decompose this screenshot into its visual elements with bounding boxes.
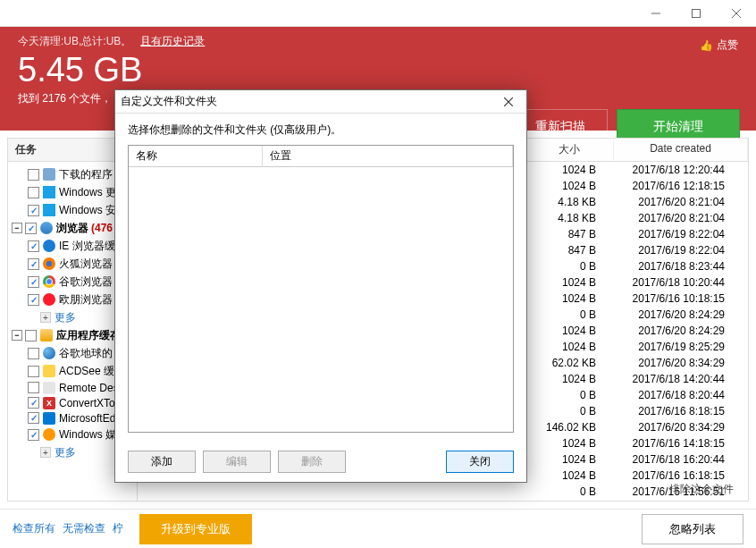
check-all-link[interactable]: 检查所有	[13, 521, 55, 536]
tree-item-label: Windows 安	[59, 203, 116, 218]
checkbox[interactable]	[28, 169, 39, 181]
tree-item-label: Windows 更	[59, 185, 116, 200]
ic-dl-icon	[43, 168, 55, 181]
ic-cx-icon: X	[43, 397, 55, 409]
tree-item-label: Windows 媒	[59, 427, 116, 443]
file-size: 847 B	[519, 244, 609, 257]
file-size: 1024 B	[519, 325, 609, 337]
file-size: 0 B	[519, 260, 609, 273]
file-row[interactable]: 0 B2017/6/16 11:56:51	[138, 484, 748, 500]
plus-icon: +	[40, 447, 51, 458]
dialog-title: 自定义文件和文件夹	[121, 94, 496, 109]
dialog-titlebar[interactable]: 自定义文件和文件夹	[115, 90, 526, 114]
truncated-link[interactable]: 柠	[113, 521, 123, 536]
checkbox[interactable]	[28, 412, 39, 424]
dialog-edit-button[interactable]: 编辑	[203, 451, 271, 473]
bottom-bar: 检查所有 无需检查 柠 升级到专业版 忽略列表	[0, 509, 756, 548]
dialog-instruction: 选择你想删除的文件和文件夹 (仅高级用户)。	[128, 122, 514, 138]
file-date: 2017/6/18 10:20:44	[609, 276, 743, 289]
file-date: 2017/6/20 8:24:29	[609, 325, 743, 337]
checkbox[interactable]	[25, 330, 37, 341]
exclude-file-link[interactable]: 排除这个文件	[669, 482, 734, 497]
file-date: 2017/6/18 12:20:44	[609, 164, 743, 176]
ic-earth-icon	[43, 347, 55, 359]
checkbox[interactable]	[28, 348, 39, 359]
checkbox[interactable]	[28, 240, 39, 252]
file-size: 1024 B	[519, 437, 609, 450]
checkbox[interactable]	[28, 187, 39, 198]
check-none-link[interactable]: 无需检查	[63, 521, 105, 536]
file-size: 1024 B	[519, 341, 609, 353]
ic-ff-icon	[43, 257, 55, 270]
checkbox[interactable]	[28, 366, 39, 377]
col-date[interactable]: Date created	[614, 139, 748, 161]
file-date: 2017/6/20 8:21:04	[609, 212, 743, 224]
like-button[interactable]: 👍 点赞	[700, 38, 738, 53]
file-size: 4.18 KB	[519, 212, 609, 224]
file-size: 4.18 KB	[519, 196, 609, 208]
checkbox[interactable]	[28, 382, 39, 393]
file-date: 2017/6/20 8:21:04	[609, 196, 743, 208]
dialog-delete-button[interactable]: 删除	[278, 451, 346, 473]
dialog-list[interactable]: 名称 位置	[128, 145, 514, 433]
file-date: 2017/6/20 8:24:29	[609, 308, 743, 321]
tree-item-label: 欧朋浏览器	[59, 292, 113, 308]
close-button[interactable]	[716, 0, 756, 26]
ic-chrome-icon	[43, 275, 55, 288]
tree-item-label: 谷歌浏览器	[59, 274, 113, 290]
more-label: 更多	[55, 445, 76, 460]
history-link[interactable]: 且有历史记录	[140, 34, 205, 49]
file-size: 0 B	[519, 405, 609, 417]
expand-icon[interactable]: −	[12, 223, 22, 233]
file-size: 1024 B	[519, 469, 609, 482]
ic-win-icon	[43, 186, 55, 198]
file-size: 1024 B	[519, 164, 609, 176]
tree-item-label: 浏览器	[56, 221, 88, 236]
tree-item-label: 下载的程序	[59, 167, 113, 182]
file-date: 2017/6/19 8:22:04	[609, 228, 743, 240]
ic-win-icon	[43, 204, 55, 216]
maximize-button[interactable]	[676, 0, 716, 26]
file-date: 2017/6/18 8:20:44	[609, 389, 743, 401]
checkbox[interactable]	[25, 223, 37, 234]
item-count: (476	[91, 222, 113, 234]
checkbox[interactable]	[28, 429, 39, 441]
today-summary: 今天清理:UB,总计:UB。	[18, 34, 131, 49]
tree-item-label: Remote Des	[59, 382, 119, 394]
upgrade-button[interactable]: 升级到专业版	[139, 514, 252, 544]
file-size: 146.02 KB	[519, 421, 609, 434]
tree-item-label: 谷歌地球的	[59, 346, 113, 361]
file-size: 1024 B	[519, 276, 609, 289]
file-size: 62.02 KB	[519, 357, 609, 369]
file-size: 1024 B	[519, 373, 609, 385]
checkbox[interactable]	[28, 397, 39, 409]
ignore-list-button[interactable]: 忽略列表	[642, 514, 743, 544]
file-size: 0 B	[519, 308, 609, 321]
ic-appcache-icon	[40, 329, 53, 341]
expand-icon[interactable]: −	[12, 330, 22, 341]
ic-edge-icon	[43, 412, 55, 425]
tree-item-label: ConvertXTo	[59, 397, 115, 409]
file-size: 0 B	[519, 485, 609, 498]
file-size: 1024 B	[519, 180, 609, 192]
svg-rect-0	[692, 9, 700, 17]
dialog-close-button[interactable]	[496, 93, 521, 111]
dialog-close-ok-button[interactable]: 关闭	[446, 451, 514, 473]
checkbox[interactable]	[28, 258, 39, 270]
dialog-add-button[interactable]: 添加	[128, 451, 196, 473]
ic-acd-icon	[43, 365, 55, 377]
checkbox[interactable]	[28, 205, 39, 216]
dialog-col-name[interactable]: 名称	[129, 146, 263, 166]
checkbox[interactable]	[28, 294, 39, 306]
col-size[interactable]: 大小	[525, 139, 614, 161]
ic-browser-icon	[40, 222, 53, 234]
ic-wmp-icon	[43, 428, 55, 441]
dialog-col-location[interactable]: 位置	[263, 146, 513, 166]
ic-opera-icon	[43, 293, 55, 306]
minimize-button[interactable]	[635, 0, 676, 26]
checkbox[interactable]	[28, 276, 39, 288]
file-date: 2017/6/20 8:34:29	[609, 357, 743, 369]
titlebar	[0, 0, 756, 27]
file-date: 2017/6/19 8:22:04	[609, 244, 743, 257]
file-date: 2017/6/16 8:18:15	[609, 405, 743, 417]
